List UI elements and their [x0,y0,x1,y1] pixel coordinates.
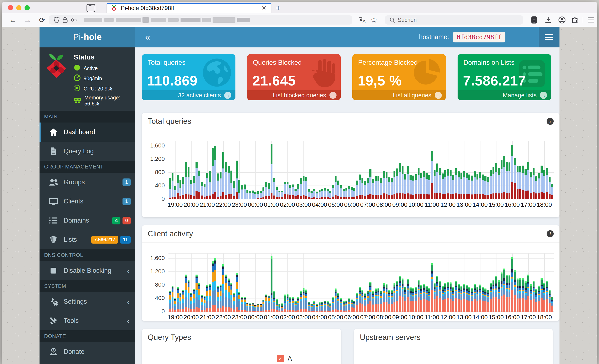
bar [541,166,542,199]
close-window-button[interactable] [8,5,13,10]
translate-icon[interactable]: A [358,13,367,27]
forward-icon[interactable]: → [22,13,32,27]
bar [495,163,497,199]
zoom-window-button[interactable] [25,5,30,10]
bar [474,284,476,312]
bar [172,173,174,199]
bar [493,167,494,199]
tab-close-icon[interactable]: ✕ [262,5,266,11]
firefox-view-icon[interactable] [87,4,95,12]
x-tick-label: 20:00 [184,314,199,321]
bar [546,281,548,312]
bar [321,189,323,199]
bar [310,191,312,199]
bar [471,176,473,199]
sidebar-item-query-log[interactable]: Query Log [40,142,135,161]
bar [343,302,345,312]
extensions-puzzle-icon[interactable] [570,13,580,27]
pihole-logo[interactable]: Pi-hole [40,27,135,47]
sidebar-collapse-icon[interactable]: « [145,27,150,47]
x-tick-label: 05:00 [328,314,344,321]
search-input[interactable]: Suchen [385,15,523,25]
x-tick-label: 13:00 [457,201,472,208]
lock-icon[interactable] [62,17,68,23]
info-icon[interactable]: i [546,118,554,125]
bar [538,173,540,199]
x-tick-label: 12:00 [440,201,456,208]
sidebar-item-label: Clients [64,198,83,205]
tablet-device-icon[interactable] [529,13,539,27]
bar [503,156,505,199]
sidebar-item-lists[interactable]: Lists7.586.21711 [40,230,135,249]
bar [244,185,246,199]
card-title: Domains on Lists [463,59,514,66]
downloads-icon[interactable] [543,13,554,27]
bar [394,283,395,312]
reload-icon[interactable]: ⟳ [37,13,47,27]
bar [514,270,516,312]
account-icon[interactable] [556,13,567,27]
y-tick-label: 0 [161,195,165,202]
bar [265,182,267,199]
query-types-panel: Query Types ✓A [142,329,341,364]
bar [412,288,414,312]
bar [367,178,369,199]
bar [281,191,283,199]
card-footer-link[interactable]: Manage lists→ [458,90,551,100]
sidebar-item-settings[interactable]: Settings‹ [40,292,135,311]
bar [327,302,329,312]
bookmark-star-icon[interactable]: ☆ [369,13,379,27]
window-controls[interactable] [8,5,30,10]
bar [337,181,339,199]
bar [549,177,551,199]
sidebar-item-tools[interactable]: Tools‹ [40,311,135,330]
gauge-icon [74,74,81,83]
shield-icon[interactable] [54,17,60,23]
legend-checkbox[interactable]: ✓ [277,355,284,362]
bar [265,294,267,312]
bar [501,160,502,199]
x-tick-label: 22:00 [216,201,231,208]
bar [412,176,414,199]
bar [428,175,430,199]
new-tab-button[interactable]: + [276,3,281,13]
status-panel: Status Active90q/minCPU: 20.9%Memory usa… [40,47,135,111]
bar [495,275,497,312]
sidebar-item-domains[interactable]: Domains40 [40,211,135,230]
card-footer-link[interactable]: List all queries→ [352,90,446,100]
sidebar-item-groups[interactable]: Groups1 [40,173,135,192]
key-icon[interactable] [71,17,78,23]
bar [185,162,187,199]
y-tick-label: 800 [155,169,165,176]
sidebar-item-dashboard[interactable]: Dashboard [40,123,135,142]
back-icon[interactable]: ← [8,13,18,27]
bar [228,278,230,312]
sidebar-item-label: Query Log [64,147,94,155]
bar [254,305,256,312]
url-bar[interactable] [49,15,352,25]
info-icon[interactable]: i [546,230,554,237]
navbar-menu-button[interactable] [539,27,559,47]
bar [436,163,438,199]
bar [345,301,347,312]
card-footer-link[interactable]: List blocked queries→ [247,90,341,100]
minimize-window-button[interactable] [16,5,21,10]
menu-hamburger-icon[interactable] [585,13,596,27]
client-activity-panel: Client activity i 04008001.2001.60019:00… [142,225,559,321]
x-tick-label: 11:00 [425,314,439,321]
sidebar-item-clients[interactable]: Clients1 [40,192,135,211]
bar [391,290,393,312]
bar [284,182,286,199]
sidebar-item-disable-blocking[interactable]: Disable Blocking‹ [40,261,135,280]
browser-tab[interactable]: Pi-hole 0fd38cd798ff ✕ [107,3,271,13]
card-footer-link[interactable]: 32 active clients→ [142,90,235,100]
bar [383,171,385,199]
wrench-icon [49,317,58,325]
sidebar-item-donate[interactable]: $Donate [40,342,135,361]
bar [294,189,296,199]
sidebar-item-label: Domains [64,217,89,224]
shield-icon [49,235,58,244]
sidebar-section-label: MAIN [40,111,135,123]
bar [294,301,296,312]
x-tick-label: 10:00 [408,314,423,321]
